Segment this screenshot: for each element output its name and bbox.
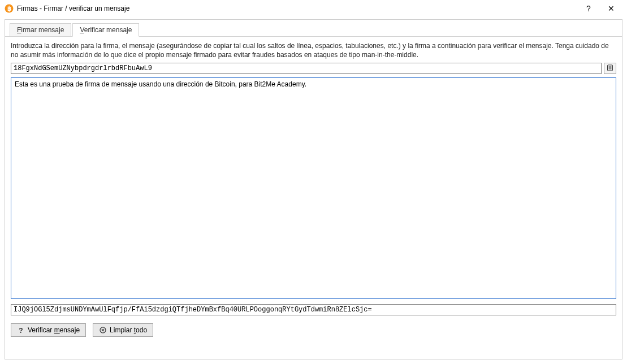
signature-input[interactable] [11,304,616,315]
question-icon: ? [17,326,25,334]
tab-sign-message[interactable]: Firmar mensaje [10,23,71,37]
instructions-text: Introduzca la dirección para la firma, e… [11,41,616,59]
clear-icon [99,326,107,334]
verify-message-button[interactable]: ? Verificar mensaje [11,323,86,337]
address-book-button[interactable] [604,63,616,74]
svg-text:฿: ฿ [7,5,11,12]
address-book-icon [607,64,613,72]
address-input[interactable] [11,63,602,74]
clear-all-button[interactable]: Limpiar todo [93,323,153,337]
tab-verify-message[interactable]: Verificar mensaje [72,23,139,37]
message-textarea[interactable] [11,77,616,299]
bitcoin-icon: ฿ [5,4,14,13]
address-row [11,63,616,74]
tab-strip: Firmar mensaje Verificar mensaje [5,20,622,37]
svg-text:?: ? [19,327,23,333]
tab-verify-label: Verificar mensaje [80,26,132,34]
window-title: Firmas - Firmar / verificar un mensaje [17,5,129,12]
help-button[interactable]: ? [577,0,600,17]
tab-sign-label: Firmar mensaje [17,26,64,34]
titlebar: ฿ Firmas - Firmar / verificar un mensaje… [0,0,627,17]
tab-content: Introduzca la dirección para la firma, e… [5,37,622,343]
verify-button-label: Verificar mensaje [28,326,80,334]
button-row: ? Verificar mensaje Limpiar todo [11,323,616,337]
dialog-frame: Firmar mensaje Verificar mensaje Introdu… [5,19,622,359]
close-button[interactable]: ✕ [600,0,622,17]
clear-button-label: Limpiar todo [110,326,147,334]
